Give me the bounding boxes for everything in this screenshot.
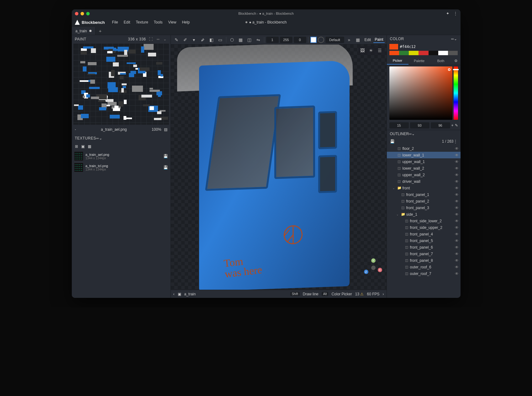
outliner-item[interactable]: ◫front_side_lower_2👁 bbox=[387, 218, 461, 224]
uv-editor[interactable] bbox=[73, 43, 169, 125]
outliner-item[interactable]: ◫upper_wall_2👁 bbox=[387, 172, 461, 178]
visibility-icon[interactable]: 👁 bbox=[455, 193, 459, 197]
outliner-item[interactable]: ◫front_panel_1👁 bbox=[387, 191, 461, 198]
grid-toggle-icon[interactable]: ▦ bbox=[354, 36, 362, 44]
panel-menu-icon[interactable]: ═ bbox=[96, 136, 99, 140]
outliner-item[interactable]: ◫front_panel_7👁 bbox=[387, 251, 461, 257]
visibility-icon[interactable]: 👁 bbox=[455, 245, 459, 250]
mirror-icon[interactable]: ⇋ bbox=[255, 36, 262, 44]
outliner-item[interactable]: ◫front_panel_5👁 bbox=[387, 237, 461, 244]
visibility-icon[interactable]: 👁 bbox=[455, 232, 459, 236]
visibility-icon[interactable]: 👁 bbox=[455, 186, 459, 190]
outliner-item[interactable]: ⌄📁side_1👁 bbox=[387, 211, 461, 218]
panel-menu-icon[interactable]: ═ bbox=[409, 132, 412, 136]
color-swatch[interactable] bbox=[389, 44, 398, 50]
outliner-item[interactable]: ⌄📁front👁 bbox=[387, 185, 461, 191]
maximize-icon[interactable] bbox=[86, 12, 90, 15]
outliner-item[interactable]: ◫front_panel_6👁 bbox=[387, 244, 461, 251]
save-icon[interactable]: 💾 bbox=[163, 165, 168, 170]
menu-edit[interactable]: Edit bbox=[121, 19, 133, 26]
visibility-icon[interactable]: 👁 bbox=[455, 153, 459, 157]
chevron-down-icon[interactable]: ⌄ bbox=[454, 37, 457, 41]
back-icon[interactable]: ‹ bbox=[173, 292, 175, 296]
palette-color[interactable] bbox=[419, 51, 428, 55]
palette-color[interactable] bbox=[438, 51, 448, 55]
tab-picker[interactable]: Picker bbox=[387, 57, 408, 65]
menu-icon[interactable]: ☰ bbox=[376, 47, 384, 54]
palette-color[interactable] bbox=[409, 51, 419, 55]
outliner-item[interactable]: ◫front_panel_3👁 bbox=[387, 204, 461, 211]
tab-both[interactable]: Both bbox=[430, 57, 452, 64]
tab-a-train[interactable]: a_train bbox=[72, 27, 96, 35]
brush-size-input[interactable]: 1 bbox=[266, 37, 279, 43]
save-icon[interactable]: 💾 bbox=[163, 154, 168, 158]
shape-square-icon[interactable] bbox=[310, 37, 317, 43]
close-icon[interactable] bbox=[75, 12, 78, 15]
visibility-icon[interactable]: 👁 bbox=[455, 272, 459, 276]
shape-circle-icon[interactable] bbox=[318, 37, 324, 43]
visibility-icon[interactable]: 👁 bbox=[455, 160, 459, 164]
visibility-icon[interactable]: 👁 bbox=[455, 166, 459, 171]
opacity-input[interactable]: 255 bbox=[280, 37, 292, 43]
image-icon[interactable]: 🖼 bbox=[359, 47, 366, 54]
visibility-icon[interactable]: 👁 bbox=[455, 265, 459, 269]
kebab-icon[interactable]: ⋮ bbox=[454, 11, 457, 16]
visibility-icon[interactable]: 👁 bbox=[455, 173, 459, 177]
eraser-icon[interactable]: ◧ bbox=[208, 36, 215, 44]
eyedropper-icon[interactable] bbox=[199, 36, 207, 44]
grid-tool-icon[interactable]: ▦ bbox=[237, 36, 245, 44]
menu-file[interactable]: File bbox=[109, 19, 121, 26]
palette-color[interactable] bbox=[448, 51, 458, 55]
chevron-down-icon[interactable]: ⌄ bbox=[396, 213, 399, 216]
minimize-icon[interactable] bbox=[81, 12, 84, 15]
add-color-icon[interactable]: + bbox=[451, 123, 454, 128]
prev-icon[interactable]: - bbox=[75, 127, 76, 132]
extension-icon[interactable]: ✦ bbox=[446, 11, 449, 16]
brush-icon[interactable]: ✎ bbox=[173, 36, 180, 44]
outliner-item[interactable]: ◫upper_wall_1👁 bbox=[387, 158, 461, 165]
blend-mode-select[interactable]: Default bbox=[325, 37, 344, 43]
menu-texture[interactable]: Texture bbox=[133, 19, 151, 26]
bucket-icon[interactable]: ▾ bbox=[190, 36, 198, 44]
viewport-3d[interactable]: 🖼 ☀ ☰ Tomwas here YXZ bbox=[171, 45, 387, 290]
val-input[interactable]: 96 bbox=[431, 122, 450, 129]
visibility-icon[interactable]: 👁 bbox=[455, 239, 459, 243]
palette-color[interactable] bbox=[429, 51, 438, 55]
outliner-item[interactable]: ◫floor_2👁 bbox=[387, 145, 461, 152]
gear-icon[interactable]: ⚙ bbox=[452, 59, 461, 63]
hue-slider[interactable] bbox=[454, 66, 458, 120]
sat-input[interactable]: 93 bbox=[410, 122, 429, 129]
outliner-item[interactable]: ◫front_side_upper_2👁 bbox=[387, 224, 461, 231]
softness-input[interactable]: 0 bbox=[294, 37, 306, 43]
pencil-icon[interactable]: ✐ bbox=[182, 36, 189, 44]
panel-menu-icon[interactable]: ═ bbox=[156, 37, 160, 41]
visibility-icon[interactable]: 👁 bbox=[455, 225, 459, 230]
chevron-down-icon[interactable]: ⌄ bbox=[99, 136, 103, 140]
mode-paint[interactable]: Paint bbox=[373, 37, 384, 43]
hue-input[interactable]: 15 bbox=[389, 122, 409, 129]
chevron-down-icon[interactable]: ⌄ bbox=[412, 132, 415, 136]
visibility-icon[interactable]: 👁 bbox=[455, 258, 459, 263]
mode-edit[interactable]: Edit bbox=[363, 37, 372, 43]
palette-color[interactable] bbox=[389, 51, 399, 55]
menu-help[interactable]: Help bbox=[179, 19, 192, 26]
texture-item[interactable]: a_train_ael.png1344 x 1344px💾 bbox=[72, 150, 171, 162]
fullscreen-icon[interactable]: ⛶ bbox=[148, 37, 154, 41]
save-icon[interactable]: 💾 bbox=[390, 139, 395, 144]
sun-icon[interactable]: ☀ bbox=[367, 47, 375, 54]
chevron-down-icon[interactable]: ⌄ bbox=[163, 37, 167, 41]
menu-view[interactable]: View bbox=[166, 19, 179, 26]
chevron-down-icon[interactable]: ⌄ bbox=[392, 187, 396, 190]
outliner-item[interactable]: ◫lower_wall_2👁 bbox=[387, 165, 461, 172]
orientation-gizmo[interactable]: YXZ bbox=[364, 258, 383, 277]
visibility-icon[interactable]: 👁 bbox=[455, 179, 459, 184]
visibility-icon[interactable]: 👁 bbox=[455, 219, 459, 223]
outliner-item[interactable]: ◫front_panel_2👁 bbox=[387, 198, 461, 204]
palette-color[interactable] bbox=[399, 51, 409, 55]
outliner-item[interactable]: ◫lower_wall_1👁 bbox=[387, 152, 461, 158]
rect-tool-icon[interactable]: ▭ bbox=[217, 36, 224, 44]
visibility-icon[interactable]: 👁 bbox=[455, 206, 459, 210]
visibility-icon[interactable]: 👁 bbox=[455, 199, 459, 203]
grid-icon[interactable]: ▦ bbox=[88, 144, 91, 149]
outliner-item[interactable]: ◫front_panel_4👁 bbox=[387, 231, 461, 237]
